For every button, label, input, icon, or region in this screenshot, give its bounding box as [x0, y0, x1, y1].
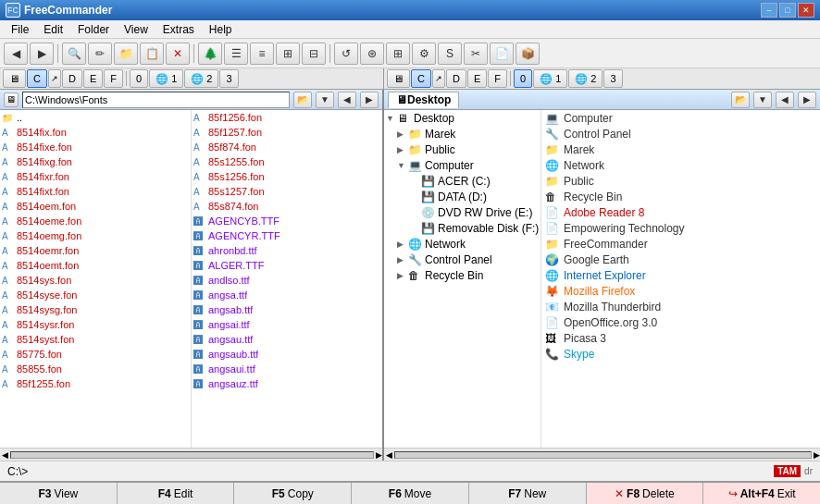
tree-item[interactable]: 💿DVD RW Drive (E:) [384, 204, 540, 220]
left-file-item[interactable]: A85s1257.fon [192, 184, 382, 199]
left-file-item[interactable]: 🅰angsa.ttf [192, 288, 382, 302]
copy-button[interactable]: 📋 [140, 43, 164, 65]
left-drive-c[interactable]: C [27, 69, 47, 88]
f7-new-button[interactable]: F7 New [469, 483, 587, 504]
winlogo-button[interactable]: ⊞ [386, 43, 410, 65]
left-nav-fwd-button[interactable]: ▶ [360, 92, 379, 108]
left-file-item[interactable]: 🅰AGENCYB.TTF [192, 214, 382, 228]
tree-item[interactable]: 💾DATA (D:) [384, 189, 540, 204]
filter-button[interactable]: ⊛ [360, 43, 384, 65]
close-button[interactable]: ✕ [798, 3, 814, 18]
left-drive-1[interactable]: 🌐 1 [149, 69, 183, 88]
tree-button[interactable]: 🌲 [198, 43, 222, 65]
tree-item[interactable]: 💾ACER (C:) [384, 173, 540, 189]
left-file-item[interactable]: A8514sysr.fon [0, 317, 191, 332]
search-button[interactable]: 🔍 [62, 43, 86, 65]
fs-button[interactable]: S [438, 43, 462, 65]
tree-item[interactable]: ▼🖥Desktop [384, 110, 540, 126]
right-drive-2[interactable]: 🌐 2 [568, 69, 603, 88]
list-item[interactable]: 🦊Mozilla Firefox [541, 283, 820, 299]
list-item[interactable]: 📞Skype [541, 346, 820, 362]
maximize-button[interactable]: □ [779, 3, 796, 18]
left-file-item[interactable]: A8514fixt.fon [0, 184, 191, 199]
list-item[interactable]: 📁Marek [541, 141, 820, 157]
left-file-item[interactable]: 🅰ahronbd.ttf [192, 243, 382, 258]
f5-copy-button[interactable]: F5 Copy [234, 483, 352, 504]
right-options-button[interactable]: ▼ [753, 92, 772, 108]
edit-button[interactable]: ✏ [88, 43, 112, 65]
settings-button[interactable]: ⚙ [412, 43, 436, 65]
list-item[interactable]: 🖼Picasa 3 [541, 330, 820, 346]
left-file-item[interactable]: A8514oem.fon [0, 199, 191, 214]
right-drive-3[interactable]: 3 [603, 69, 622, 88]
left-file-item[interactable]: 🅰AGENCYR.TTF [192, 228, 382, 243]
left-file-item[interactable]: 🅰angsaub.ttf [192, 347, 382, 362]
extra-button[interactable]: ⊟ [302, 43, 326, 65]
list-item[interactable]: 🌐Internet Explorer [541, 267, 820, 283]
tree-item[interactable]: ▶🔧Control Panel [384, 252, 540, 267]
delete-button[interactable]: ✕ [166, 43, 190, 65]
tree-item[interactable]: ▶📁Public [384, 141, 540, 157]
new-folder-button[interactable]: 📁 [114, 43, 138, 65]
list-item[interactable]: 📄Empowering Technology [541, 220, 820, 236]
forward-button[interactable]: ▶ [30, 43, 54, 65]
left-file-item[interactable]: A85s1255.fon [192, 154, 382, 169]
left-file-item[interactable]: 🅰angsai.ttf [192, 317, 382, 332]
list-item[interactable]: 🌐Network [541, 157, 820, 173]
tree-item[interactable]: ▶📁Marek [384, 126, 540, 141]
list-item[interactable]: 📧Mozilla Thunderbird [541, 299, 820, 314]
left-file-item[interactable]: 🅰andlso.ttf [192, 273, 382, 288]
left-file-item[interactable]: A8514fixe.fon [0, 140, 191, 154]
left-file-item[interactable]: A85855.fon [0, 362, 191, 376]
left-file-item[interactable]: A8514oeme.fon [0, 214, 191, 228]
left-drive-0[interactable]: 0 [130, 69, 148, 88]
f3-view-button[interactable]: F3 View [0, 483, 118, 504]
left-drive-3[interactable]: 3 [219, 69, 238, 88]
left-file-item[interactable]: 🅰angsab.ttf [192, 302, 382, 317]
list-item[interactable]: 🌍Google Earth [541, 252, 820, 267]
right-drive-f[interactable]: F [488, 69, 507, 88]
menu-edit[interactable]: Edit [36, 21, 70, 38]
list-item[interactable]: 📄OpenOffice.org 3.0 [541, 314, 820, 330]
view-button[interactable]: ⊞ [276, 43, 300, 65]
left-file-item[interactable]: 🅰angsaui.ttf [192, 362, 382, 376]
right-drive-d[interactable]: D [446, 69, 466, 88]
scissors-button[interactable]: ✂ [464, 43, 488, 65]
right-nav-fwd-button[interactable]: ▶ [798, 92, 816, 108]
left-file-item[interactable]: 🅰angsau.ttf [192, 332, 382, 347]
left-scrollbar[interactable]: ◀ ▶ [0, 448, 382, 461]
f6-move-button[interactable]: F6 Move [352, 483, 469, 504]
columns-button[interactable]: ☰ [224, 43, 248, 65]
f8-delete-button[interactable]: ✕ F8 Delete [587, 483, 704, 504]
left-file-item[interactable]: A8514oemt.fon [0, 258, 191, 273]
left-drive-2[interactable]: 🌐 2 [184, 69, 218, 88]
left-browse-button[interactable]: 📂 [293, 92, 312, 108]
right-drive-c[interactable]: C [411, 69, 431, 88]
left-file-item[interactable]: A85s874.fon [192, 199, 382, 214]
list-item[interactable]: 🗑Recycle Bin [541, 189, 820, 204]
left-file-item[interactable]: A8514fixr.fon [0, 169, 191, 184]
details-button[interactable]: ≡ [250, 43, 274, 65]
list-item[interactable]: 🔧Control Panel [541, 126, 820, 141]
left-path-input[interactable] [22, 92, 290, 108]
left-file-item[interactable]: A8514fix.fon [0, 125, 191, 140]
right-scrollbar[interactable]: ◀ ▶ [384, 448, 820, 461]
left-file-item[interactable]: A85f874.fon [192, 140, 382, 154]
tree-item[interactable]: ▶🗑Recycle Bin [384, 267, 540, 283]
back-button[interactable]: ◀ [4, 43, 28, 65]
left-file-item[interactable]: A8514sysg.fon [0, 302, 191, 317]
right-browse-button[interactable]: 📂 [731, 92, 750, 108]
desktop-tab[interactable]: 🖥 Desktop [388, 92, 459, 108]
left-file-item[interactable]: A85f1255.fon [0, 376, 191, 391]
menu-extras[interactable]: Extras [155, 21, 202, 38]
left-file-item[interactable]: 🅰angsauz.ttf [192, 376, 382, 391]
left-drive-d[interactable]: D [62, 69, 82, 88]
tree-item[interactable]: ▶🌐Network [384, 236, 540, 252]
left-options-button[interactable]: ▼ [316, 92, 334, 108]
altf4-exit-button[interactable]: ↪ Alt+F4 Exit [703, 483, 820, 504]
right-drive-1[interactable]: 🌐 1 [533, 69, 567, 88]
left-file-item[interactable]: A8514syst.fon [0, 332, 191, 347]
right-nav-button[interactable]: ◀ [776, 92, 794, 108]
list-item[interactable]: 📁FreeCommander [541, 236, 820, 252]
left-file-item[interactable]: A8514fixg.fon [0, 154, 191, 169]
